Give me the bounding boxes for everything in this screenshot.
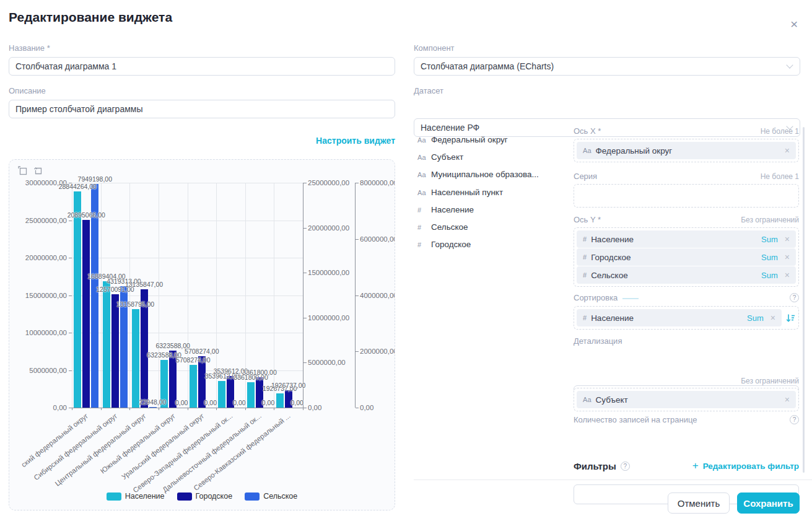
legend-swatch xyxy=(245,493,260,501)
bar-value-label: 13158795,00 xyxy=(116,300,154,308)
name-label: Название * xyxy=(9,43,50,53)
field-item[interactable]: #Население xyxy=(417,205,474,214)
aggregation-label[interactable]: Sum xyxy=(761,253,778,262)
bar-value-label: 3361800,00 xyxy=(242,369,276,376)
plus-icon: + xyxy=(692,460,699,472)
bar xyxy=(190,365,197,408)
legend-label: Городское xyxy=(196,492,233,501)
series-dropzone[interactable] xyxy=(574,184,799,208)
axis-y-chip[interactable]: # Городское Sum × xyxy=(577,248,796,266)
y-axis-tick: 5000000,00 xyxy=(9,367,67,374)
y3-axis-tick: 0,00 xyxy=(360,404,373,411)
bar xyxy=(74,191,81,408)
data-zoom-icon[interactable] xyxy=(18,166,28,176)
widget-preview: НаселениеГородскоеСельское 0,005000000,0… xyxy=(9,159,395,510)
help-icon[interactable]: ? xyxy=(621,462,630,471)
bar xyxy=(276,393,284,408)
text-type-icon: Аа xyxy=(417,154,427,161)
close-icon[interactable]: × xyxy=(790,17,798,30)
page-size-label: Количество записей на странице xyxy=(574,415,697,424)
axis-y-chip[interactable]: # Население Sum × xyxy=(577,230,796,248)
bar-value-label: 20895066,00 xyxy=(68,211,105,219)
axis-x-chip[interactable]: Аа Федеральный округ × xyxy=(577,142,796,159)
y2-axis-tick: 15000000,00 xyxy=(308,269,349,276)
y2-axis-tick: 0,00 xyxy=(308,404,321,411)
legend-label: Сельское xyxy=(263,492,297,501)
aggregation-label[interactable]: Sum xyxy=(761,271,778,280)
sort-desc-icon[interactable] xyxy=(785,313,796,323)
y2-axis-tick: 10000000,00 xyxy=(308,314,349,322)
close-icon[interactable]: × xyxy=(785,146,790,155)
text-type-icon: Аа xyxy=(583,396,592,403)
component-select[interactable]: Столбчатая диаграмма (ECharts) xyxy=(414,57,800,76)
filters-label: Фильтры ? xyxy=(574,461,630,471)
series-label: Серия xyxy=(574,172,597,181)
text-type-icon: Аа xyxy=(417,171,427,178)
close-icon[interactable]: × xyxy=(785,395,790,404)
aggregation-label[interactable]: Sum xyxy=(761,235,778,244)
help-icon[interactable]: ? xyxy=(790,415,799,424)
y3-axis-tick: 6000000,00 xyxy=(360,235,395,243)
bar-value-label: 5708274,00 xyxy=(185,348,219,355)
bar-value-label: 1926737,00 xyxy=(271,382,305,389)
y-axis-tick: 0,00 xyxy=(9,404,67,411)
aggregation-label[interactable]: Sum xyxy=(747,313,764,323)
edit-widget-dialog: Редактирование виджета × Название * Опис… xyxy=(0,0,812,521)
detail-chip[interactable]: Аа Субъект × xyxy=(577,391,796,408)
field-item[interactable]: АаСубъект xyxy=(417,152,463,162)
legend-item[interactable]: Сельское xyxy=(245,492,297,501)
axis-x-label: Ось X * xyxy=(574,126,601,136)
legend-item[interactable]: Городское xyxy=(177,492,233,501)
bar-chart: НаселениеГородскоеСельское 0,005000000,0… xyxy=(9,160,395,510)
y-axis-tick: 25000000,00 xyxy=(9,217,67,224)
cancel-button[interactable]: Отменить xyxy=(668,493,730,514)
restore-icon[interactable] xyxy=(33,166,43,176)
detail-label: Детализация xyxy=(574,336,622,346)
number-type-icon: # xyxy=(583,235,587,243)
axis-x-dropzone[interactable]: Аа Федеральный округ × xyxy=(574,139,799,162)
close-icon[interactable]: × xyxy=(785,253,790,261)
field-item[interactable]: АаНаселенный пункт xyxy=(417,188,503,197)
footer-divider xyxy=(414,479,812,480)
axis-y-dropzone[interactable]: # Население Sum × # Городское Sum × # Се… xyxy=(574,227,799,287)
configure-widget-link[interactable]: Настроить виджет xyxy=(9,136,395,146)
legend-swatch xyxy=(177,493,192,501)
bar-value-label: 22948,00 xyxy=(139,398,167,406)
close-icon[interactable]: × xyxy=(785,235,790,243)
sort-dropzone[interactable]: # Население Sum × xyxy=(574,306,799,330)
edit-filter-link[interactable]: + Редактировать фильтр xyxy=(692,460,799,472)
bar-value-label: 0,00 xyxy=(175,399,188,406)
bar-value-label: 0,00 xyxy=(290,399,303,406)
bar-value-label: 13135847,00 xyxy=(125,281,163,288)
field-item[interactable]: АаМуниципальное образова... xyxy=(417,170,539,179)
save-button[interactable]: Сохранить xyxy=(737,493,800,514)
bar xyxy=(149,407,157,408)
description-label: Описание xyxy=(9,86,46,95)
number-type-icon: # xyxy=(583,271,587,279)
name-input[interactable] xyxy=(9,57,395,76)
field-item[interactable]: #Сельское xyxy=(417,222,468,232)
number-type-icon: # xyxy=(417,224,427,231)
detail-dropzone[interactable]: Аа Субъект × xyxy=(574,388,799,411)
bar xyxy=(218,381,225,408)
legend-swatch xyxy=(107,493,121,501)
y-axis-tick: 10000000,00 xyxy=(9,329,67,336)
description-input[interactable] xyxy=(9,100,395,118)
axis-y-chip[interactable]: # Сельское Sum × xyxy=(577,266,796,284)
field-item[interactable]: #Городское xyxy=(417,240,471,249)
bar xyxy=(82,220,90,408)
bar xyxy=(103,281,110,408)
bar-value-label: 0,00 xyxy=(262,399,274,406)
number-type-icon: # xyxy=(583,314,587,322)
close-icon[interactable]: × xyxy=(785,271,790,279)
bar-value-label: 0,00 xyxy=(233,399,245,406)
close-icon[interactable]: × xyxy=(771,313,775,322)
help-icon[interactable]: ? xyxy=(790,293,799,302)
bar-value-label: 5708274,00 xyxy=(176,356,210,364)
legend-label: Население xyxy=(125,492,165,501)
number-type-icon: # xyxy=(417,241,427,248)
sort-dash xyxy=(622,298,639,299)
sort-chip[interactable]: # Население Sum × xyxy=(577,309,782,326)
field-item[interactable]: АаФедеральный округ xyxy=(417,135,508,144)
panel-scrollbar[interactable] xyxy=(803,127,805,473)
